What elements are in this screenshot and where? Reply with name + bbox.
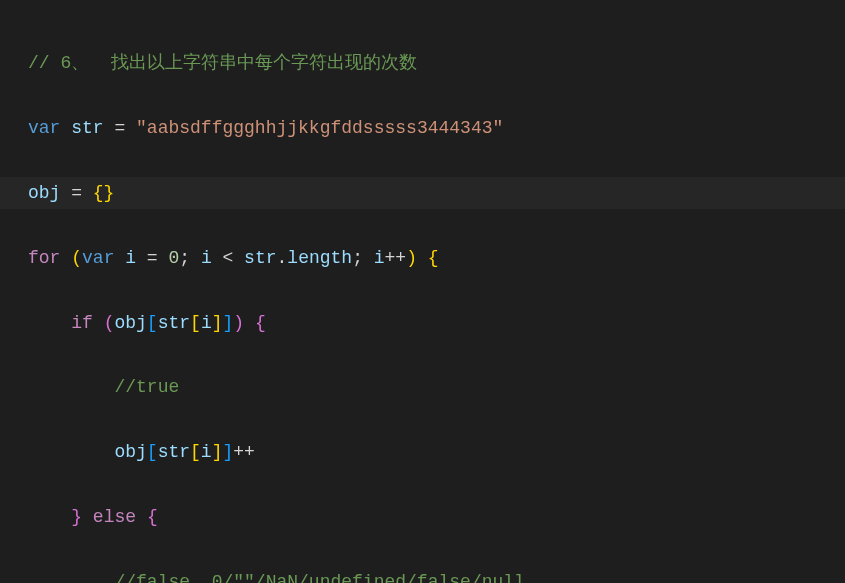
comment: // 6、 找出以上字符串中每个字符出现的次数 [28, 53, 417, 73]
code-line: var str = "aabsdffggghhjjkkgfddsssss3444… [28, 112, 817, 144]
string-literal: "aabsdffggghhjjkkgfddsssss3444343" [136, 118, 503, 138]
code-line: obj[str[i]]++ [28, 436, 817, 468]
keyword: if [71, 313, 93, 333]
variable: obj [28, 183, 60, 203]
keyword: for [28, 248, 60, 268]
code-line: for (var i = 0; i < str.length; i++) { [28, 242, 817, 274]
code-line: //true [28, 371, 817, 403]
keyword: else [93, 507, 136, 527]
code-line: // 6、 找出以上字符串中每个字符出现的次数 [28, 47, 817, 79]
variable: str [71, 118, 103, 138]
code-editor: // 6、 找出以上字符串中每个字符出现的次数 var str = "aabsd… [0, 0, 845, 583]
keyword: var [28, 118, 60, 138]
code-line: } else { [28, 501, 817, 533]
comment: //false 0/""/NaN/undefined/false/null [114, 572, 524, 583]
comment: //true [114, 377, 179, 397]
code-line: if (obj[str[i]]) { [28, 307, 817, 339]
code-line: //false 0/""/NaN/undefined/false/null [28, 566, 817, 583]
code-line: obj = {} [0, 177, 845, 209]
